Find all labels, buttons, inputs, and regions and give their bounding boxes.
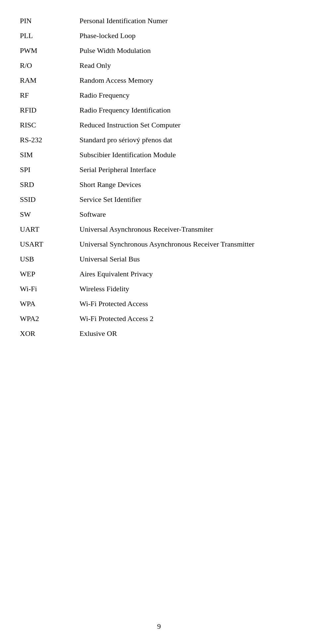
table-row: PWMPulse Width Modulation (20, 43, 298, 58)
table-row: XORExlusive OR (20, 326, 298, 341)
table-row: USBUniversal Serial Bus (20, 252, 298, 266)
table-row: R/ORead Only (20, 58, 298, 73)
abbreviation-cell: WPA2 (20, 311, 73, 326)
definition-cell: Random Access Memory (73, 73, 298, 88)
table-row: UARTUniversal Asynchronous Receiver-Tran… (20, 222, 298, 237)
abbreviation-cell: XOR (20, 326, 73, 341)
table-row: Wi-FiWireless Fidelity (20, 281, 298, 296)
definition-cell: Wi-Fi Protected Access 2 (73, 311, 298, 326)
abbreviation-cell: RF (20, 88, 73, 103)
definition-cell: Service Set Identifier (73, 192, 298, 207)
definition-cell: Personal Identification Numer (73, 13, 298, 28)
table-row: WPAWi-Fi Protected Access (20, 296, 298, 311)
abbreviation-cell: UART (20, 222, 73, 237)
table-row: SSIDService Set Identifier (20, 192, 298, 207)
definition-cell: Reduced Instruction Set Computer (73, 117, 298, 132)
table-row: RISCReduced Instruction Set Computer (20, 117, 298, 132)
table-row: SWSoftware (20, 207, 298, 222)
definition-cell: Wireless Fidelity (73, 281, 298, 296)
definition-cell: Short Range Devices (73, 177, 298, 192)
table-row: PINPersonal Identification Numer (20, 13, 298, 28)
abbreviation-cell: RS-232 (20, 132, 73, 147)
table-row: PLLPhase-locked Loop (20, 28, 298, 43)
definition-cell: Universal Synchronous Asynchronous Recei… (73, 237, 298, 252)
table-row: RS-232Standard pro sériový přenos dat (20, 132, 298, 147)
abbreviation-cell: SIM (20, 147, 73, 162)
acronym-table: PINPersonal Identification NumerPLLPhase… (20, 13, 298, 341)
table-row: SPISerial Peripheral Interface (20, 162, 298, 177)
table-row: WEPAires Equivalent Privacy (20, 266, 298, 281)
definition-cell: Radio Frequency (73, 88, 298, 103)
definition-cell: Serial Peripheral Interface (73, 162, 298, 177)
abbreviation-cell: RFID (20, 103, 73, 117)
definition-cell: Exlusive OR (73, 326, 298, 341)
definition-cell: Phase-locked Loop (73, 28, 298, 43)
abbreviation-cell: SRD (20, 177, 73, 192)
abbreviation-cell: RAM (20, 73, 73, 88)
definition-cell: Read Only (73, 58, 298, 73)
table-row: SRDShort Range Devices (20, 177, 298, 192)
definition-cell: Aires Equivalent Privacy (73, 266, 298, 281)
table-row: WPA2Wi-Fi Protected Access 2 (20, 311, 298, 326)
abbreviation-cell: PLL (20, 28, 73, 43)
page-number: 9 (157, 622, 161, 631)
abbreviation-cell: SW (20, 207, 73, 222)
table-row: SIMSubscibier Identification Module (20, 147, 298, 162)
table-row: RFIDRadio Frequency Identification (20, 103, 298, 117)
definition-cell: Universal Serial Bus (73, 252, 298, 266)
abbreviation-cell: WPA (20, 296, 73, 311)
definition-cell: Pulse Width Modulation (73, 43, 298, 58)
abbreviation-cell: WEP (20, 266, 73, 281)
abbreviation-cell: RISC (20, 117, 73, 132)
definition-cell: Wi-Fi Protected Access (73, 296, 298, 311)
definition-cell: Software (73, 207, 298, 222)
abbreviation-cell: USART (20, 237, 73, 252)
definition-cell: Standard pro sériový přenos dat (73, 132, 298, 147)
definition-cell: Subscibier Identification Module (73, 147, 298, 162)
table-row: RAMRandom Access Memory (20, 73, 298, 88)
abbreviation-cell: Wi-Fi (20, 281, 73, 296)
definition-cell: Radio Frequency Identification (73, 103, 298, 117)
abbreviation-cell: SSID (20, 192, 73, 207)
abbreviation-cell: PIN (20, 13, 73, 28)
table-row: RFRadio Frequency (20, 88, 298, 103)
abbreviation-cell: PWM (20, 43, 73, 58)
abbreviation-cell: SPI (20, 162, 73, 177)
definition-cell: Universal Asynchronous Receiver-Transmit… (73, 222, 298, 237)
table-row: USARTUniversal Synchronous Asynchronous … (20, 237, 298, 252)
abbreviation-cell: USB (20, 252, 73, 266)
abbreviation-cell: R/O (20, 58, 73, 73)
